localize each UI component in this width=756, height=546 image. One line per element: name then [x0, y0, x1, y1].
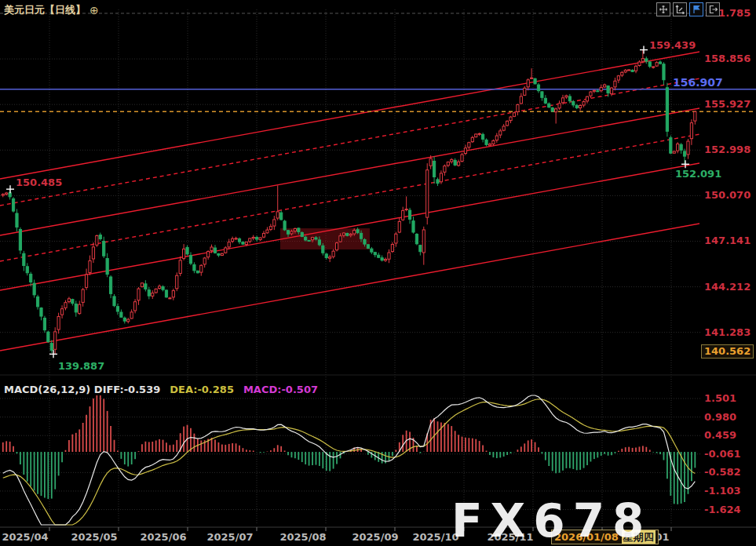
time-axis-label: 2025/10 [412, 531, 458, 543]
macd-dea-value: DEA:-0.285 [170, 384, 234, 395]
price-axis-label: 144.212 [704, 281, 751, 293]
price-axis-label: 150.070 [704, 189, 751, 201]
date-crosshair-box: 2026/01/08 星期四 [551, 530, 659, 544]
date-value: 2026/01/08 [554, 530, 619, 544]
price-axis-label: 152.998 [704, 144, 751, 155]
axis-scale-icon[interactable] [673, 2, 687, 16]
extreme-price-label: 159.439 [649, 39, 696, 51]
price-axis-bottom-boxed-label: 140.562 [701, 344, 754, 359]
symbol-title: 美元日元【日线】 [4, 3, 86, 17]
macd-axis-label: -0.061 [704, 448, 741, 460]
move-icon[interactable] [656, 2, 670, 16]
time-axis-label: 2025/11 [487, 531, 533, 543]
macd-axis-label: -1.103 [704, 485, 741, 497]
chart-toolbar [656, 2, 720, 16]
macd-axis-label: -1.624 [704, 504, 741, 515]
macd-axis-label: 0.980 [704, 411, 736, 423]
price-axis-label: 141.283 [704, 326, 751, 338]
exit-icon[interactable] [706, 2, 720, 16]
flag-icon[interactable] [689, 2, 703, 16]
price-axis-label: 155.927 [704, 98, 751, 110]
blue-level-label: 156.907 [673, 76, 723, 89]
macd-axis-label: -0.582 [704, 466, 741, 478]
time-axis-label: 2025/05 [71, 531, 117, 543]
macd-macd-value: MACD:-0.507 [243, 384, 318, 395]
chart-canvas[interactable] [0, 0, 756, 546]
price-axis-label: 147.141 [704, 235, 751, 246]
add-indicator-button[interactable]: ⊕ [89, 4, 99, 16]
extreme-price-label: 139.887 [58, 360, 104, 372]
macd-axis-label: 0.459 [704, 429, 736, 441]
chart-title-bar: 美元日元【日线】 ⊕ [4, 3, 99, 17]
macd-formula-diff: MACD(26,12,9) DIFF:-0.539 [4, 384, 160, 395]
price-axis-label: 158.856 [704, 53, 751, 64]
time-axis-label: 2025/09 [352, 531, 398, 543]
extreme-price-label: 150.485 [16, 177, 62, 188]
macd-axis-label: 1.501 [704, 392, 736, 404]
time-axis-label: 2025/04 [2, 531, 48, 543]
weekday-badge: 星期四 [622, 530, 656, 544]
extreme-price-label: 152.091 [675, 168, 721, 180]
time-axis-label: 2025/06 [140, 531, 186, 543]
time-axis-label: 2025/08 [279, 531, 326, 543]
time-axis-label: 2025/07 [206, 531, 253, 543]
chart-app: 美元日元【日线】 ⊕ MACD(26,12,9) DIFF:-0.539 DEA… [0, 0, 756, 546]
macd-header: MACD(26,12,9) DIFF:-0.539 DEA:-0.285 MAC… [4, 384, 318, 395]
